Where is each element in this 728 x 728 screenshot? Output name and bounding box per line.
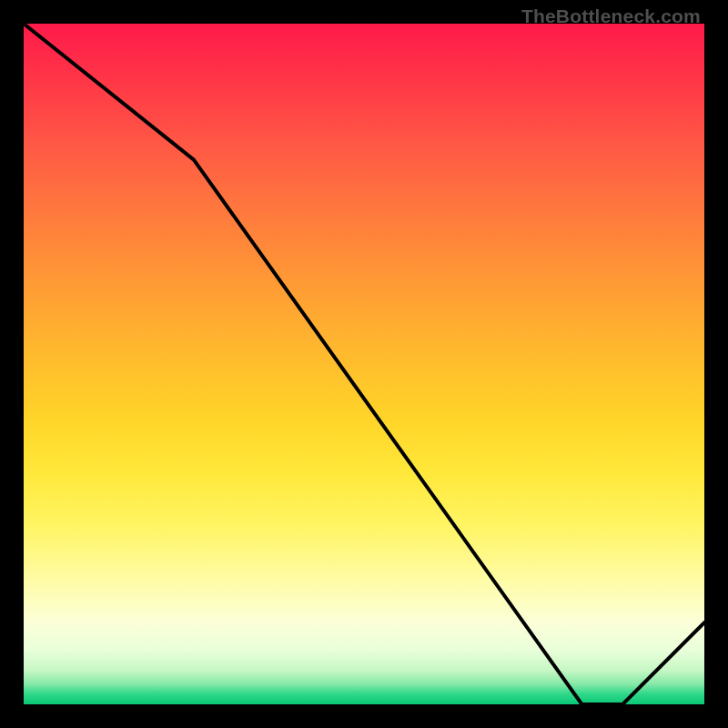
line-series <box>24 24 704 704</box>
watermark-text: TheBottleneck.com <box>521 5 701 27</box>
series-polyline <box>24 24 704 704</box>
plot-area <box>24 24 704 704</box>
chart-stage: TheBottleneck.com <box>0 0 728 728</box>
